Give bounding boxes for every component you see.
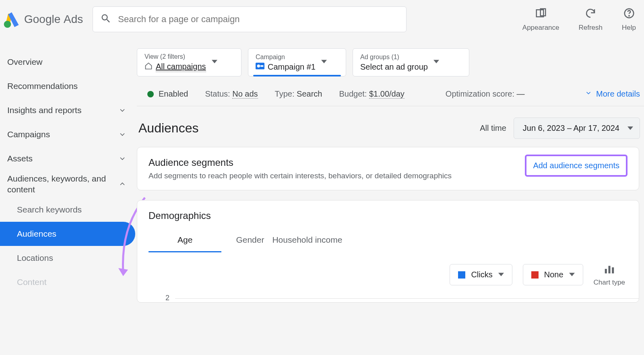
scope-chips: View (2 filters) All campaigns Campaign …: [137, 48, 644, 82]
sidebar-label: Content: [17, 277, 47, 287]
logo[interactable]: Google Ads: [3, 11, 83, 28]
chip-value: All campaigns: [156, 62, 206, 72]
sidebar-item-insights[interactable]: Insights and reports: [0, 98, 135, 122]
metric-color-swatch-icon: [458, 271, 465, 279]
caret-down-icon: [433, 59, 439, 66]
google-ads-logo-icon: [3, 11, 20, 28]
chip-label: View (2 filters): [144, 53, 206, 60]
logo-text: Google Ads: [24, 13, 83, 26]
svg-marker-14: [569, 273, 575, 276]
search-input[interactable]: [118, 14, 399, 25]
sidebar: Overview Recommendations Insights and re…: [0, 39, 135, 355]
tab-household-income[interactable]: Household income: [268, 229, 357, 252]
card-title: Demographics: [149, 210, 627, 221]
sidebar-item-audiences-keywords-content[interactable]: Audiences, keywords, and content: [0, 171, 135, 198]
chevron-down-icon: [118, 106, 126, 114]
refresh-button[interactable]: Refresh: [579, 7, 603, 32]
home-icon: [144, 62, 153, 72]
chevron-down-icon: [118, 155, 126, 163]
svg-rect-16: [608, 266, 610, 274]
chip-value: Select an ad group: [360, 62, 428, 72]
audience-segments-card: Audience segments Add segments to reach …: [137, 147, 639, 190]
chip-label: Campaign: [256, 53, 316, 61]
search-icon: [100, 13, 111, 26]
svg-rect-15: [605, 269, 607, 273]
type-text: Type: Search: [275, 89, 322, 99]
sidebar-item-audiences[interactable]: Audiences: [0, 222, 135, 246]
svg-marker-10: [321, 60, 327, 63]
campaign-status-bar: Enabled Status: No ads Type: Search Budg…: [137, 82, 644, 106]
metric-primary-select[interactable]: Clicks: [450, 264, 512, 285]
svg-rect-17: [612, 267, 614, 273]
sidebar-label: Audiences, keywords, and content: [7, 173, 108, 195]
sidebar-item-locations[interactable]: Locations: [0, 246, 135, 270]
tab-age[interactable]: Age: [149, 229, 221, 252]
sidebar-item-overview[interactable]: Overview: [0, 50, 135, 74]
help-button[interactable]: Help: [622, 7, 636, 32]
sidebar-item-content[interactable]: Content: [0, 270, 135, 294]
more-details-toggle[interactable]: More details: [585, 89, 644, 99]
chevron-down-icon: [585, 89, 592, 99]
optscore-text: Optimization score: —: [446, 89, 525, 99]
sidebar-label: Search keywords: [17, 205, 82, 215]
metric-color-swatch-icon: [531, 271, 539, 279]
demographics-tabs: Age Gender Household income: [149, 229, 627, 252]
sidebar-label: Assets: [7, 154, 33, 163]
svg-rect-9: [260, 65, 263, 67]
caret-down-icon: [321, 59, 327, 66]
bar-chart-icon: [603, 263, 615, 277]
card-subtitle: Add segments to reach people with certai…: [149, 171, 452, 180]
budget-text: Budget: $1.00/day: [339, 89, 404, 99]
campaign-selector[interactable]: Campaign Campaign #1: [248, 48, 346, 76]
timerange-preset[interactable]: All time: [480, 124, 506, 133]
campaign-icon: [256, 62, 264, 72]
svg-marker-11: [433, 60, 439, 63]
caret-down-icon: [627, 124, 633, 133]
chip-value: Campaign #1: [268, 62, 316, 72]
add-audience-segments-button[interactable]: Add audience segments: [525, 155, 627, 177]
sidebar-label: Audiences: [17, 229, 56, 239]
refresh-label: Refresh: [579, 24, 603, 32]
search-bar[interactable]: [93, 6, 407, 32]
metric-secondary-select[interactable]: None: [523, 264, 583, 285]
chart-controls: Clicks None Chart type: [149, 263, 627, 287]
help-label: Help: [622, 24, 636, 32]
svg-point-0: [4, 21, 11, 28]
app-header: Google Ads Appearance Refresh Help: [0, 0, 644, 39]
svg-marker-12: [627, 126, 633, 130]
tab-gender[interactable]: Gender: [221, 229, 268, 252]
appearance-icon: [535, 7, 547, 21]
status-enabled-dot-icon: [147, 91, 154, 97]
sidebar-label: Insights and reports: [7, 105, 81, 115]
sidebar-label: Overview: [7, 57, 43, 67]
status-text: Status: No ads: [205, 89, 258, 99]
sidebar-item-campaigns[interactable]: Campaigns: [0, 122, 135, 147]
appearance-label: Appearance: [522, 24, 559, 32]
demographics-card: Demographics Age Gender Household income…: [137, 200, 639, 303]
chevron-up-icon: [118, 180, 126, 188]
y-axis-tick: 2: [165, 294, 627, 302]
adgroup-selector[interactable]: Ad groups (1) Select an ad group: [353, 48, 469, 76]
refresh-icon: [584, 7, 597, 21]
chart-type-button[interactable]: Chart type: [594, 263, 625, 287]
caret-down-icon: [212, 59, 217, 66]
svg-point-8: [257, 65, 260, 68]
svg-marker-13: [498, 273, 504, 276]
sidebar-label: Campaigns: [7, 130, 50, 139]
sidebar-item-search-keywords[interactable]: Search keywords: [0, 198, 135, 222]
sidebar-label: Locations: [17, 253, 53, 263]
chart-type-label: Chart type: [594, 279, 625, 287]
sidebar-item-assets[interactable]: Assets: [0, 147, 135, 171]
chip-label: Ad groups (1): [360, 53, 428, 61]
date-range-value: Jun 6, 2023 – Apr 17, 2024: [523, 124, 619, 132]
appearance-button[interactable]: Appearance: [522, 7, 559, 32]
view-selector[interactable]: View (2 filters) All campaigns: [137, 48, 242, 76]
sidebar-item-recommendations[interactable]: Recommendations: [0, 74, 135, 98]
more-details-label: More details: [596, 89, 640, 99]
status-enabled-label: Enabled: [159, 89, 188, 99]
main-content: View (2 filters) All campaigns Campaign …: [135, 39, 644, 355]
caret-down-icon: [498, 270, 504, 279]
date-range-picker[interactable]: Jun 6, 2023 – Apr 17, 2024: [514, 118, 640, 139]
help-icon: [623, 7, 635, 21]
metric-secondary-label: None: [544, 270, 564, 279]
